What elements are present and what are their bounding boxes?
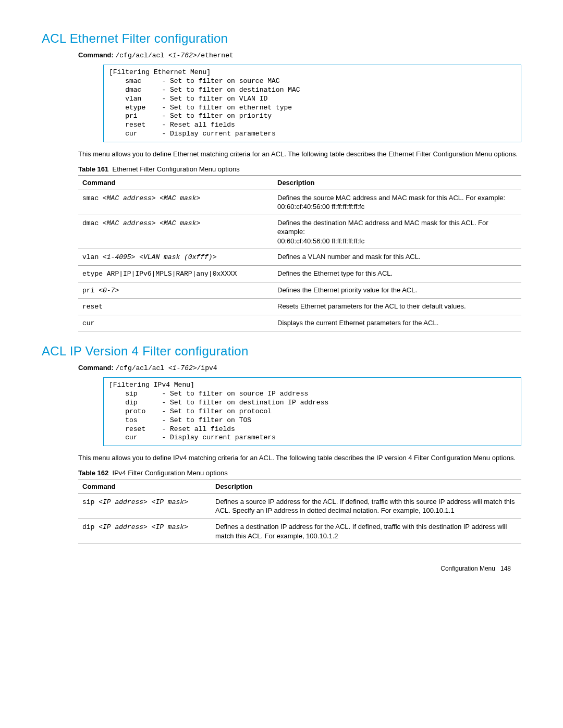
command-arg: <1-762>: [168, 52, 197, 59]
cmd-arg: <1-4095> <VLAN mask (0xfff)>: [103, 253, 216, 261]
cmd-arg: <0-7>: [99, 287, 119, 294]
table-row: pri <0-7> Defines the Ethernet priority …: [78, 282, 521, 299]
table-row: sip <IP address> <IP mask> Defines a sou…: [78, 493, 521, 519]
table-row: vlan <1-4095> <VLAN mask (0xfff)> Define…: [78, 249, 521, 266]
command-suffix: /ipv4: [197, 364, 217, 372]
desc: Defines the destination MAC address and …: [273, 215, 521, 249]
cmd: dmac: [82, 219, 103, 227]
cmd: dip: [82, 523, 99, 531]
cmd: smac: [82, 194, 103, 202]
command-line: Command: /cfg/acl/acl <1-762>/ipv4: [78, 364, 521, 372]
desc: Defines a source IP address for the ACL.…: [211, 493, 521, 519]
table-header-description: Description: [211, 479, 521, 493]
command-text: /cfg/acl/acl: [116, 52, 168, 59]
menu-box: [Filtering Ethernet Menu] smac - Set to …: [103, 65, 521, 142]
cmd: sip: [82, 498, 99, 506]
table-header-row: Command Description: [78, 175, 521, 190]
command-suffix: /ethernet: [197, 52, 234, 59]
command-text: /cfg/acl/acl: [116, 364, 168, 372]
cmd-arg: <MAC address> <MAC mask>: [103, 219, 200, 227]
paragraph: This menu allows you to define Ethernet …: [78, 150, 521, 159]
desc: Defines the Ethernet type for this ACL.: [273, 265, 521, 282]
table-title: Ethernet Filter Configuration Menu optio…: [113, 165, 240, 173]
cmd: vlan: [82, 253, 103, 261]
command-label: Command:: [78, 364, 114, 372]
table-number: Table 162: [78, 469, 108, 477]
page-footer: Configuration Menu 148: [42, 565, 521, 572]
paragraph: This menu allows you to define IPv4 matc…: [78, 453, 521, 463]
table-row: dmac <MAC address> <MAC mask> Defines th…: [78, 215, 521, 249]
cmd: reset: [82, 303, 103, 311]
table-caption: Table 162 IPv4 Filter Configuration Menu…: [78, 469, 521, 477]
desc: Defines a VLAN number and mask for this …: [273, 249, 521, 266]
page-number: 148: [500, 565, 511, 572]
table-header-command: Command: [78, 175, 273, 190]
cmd: etype ARP|IP|IPv6|MPLS|RARP|any|0xXXXX: [82, 270, 237, 278]
command-label: Command:: [78, 51, 114, 59]
menu-box: [Filtering IPv4 Menu] sip - Set to filte…: [103, 377, 521, 446]
cmd-arg: <IP address> <IP mask>: [99, 498, 188, 506]
table-row: dip <IP address> <IP mask> Defines a des…: [78, 519, 521, 544]
table-header-command: Command: [78, 479, 211, 493]
command-line: Command: /cfg/acl/acl <1-762>/ethernet: [78, 51, 521, 59]
table: Command Description sip <IP address> <IP…: [78, 479, 521, 544]
desc: Displays the current Ethernet parameters…: [273, 315, 521, 331]
table-header-description: Description: [273, 175, 521, 190]
cmd-arg: <MAC address> <MAC mask>: [103, 194, 200, 202]
desc: Resets Ethernet parameters for the ACL t…: [273, 299, 521, 315]
table-number: Table 161: [78, 165, 108, 173]
footer-text: Configuration Menu: [440, 565, 495, 572]
cmd: pri: [82, 287, 99, 294]
desc: Defines the source MAC address and MAC m…: [273, 190, 521, 215]
cmd: cur: [82, 319, 94, 327]
table-row: smac <MAC address> <MAC mask> Defines th…: [78, 190, 521, 215]
table-row: reset Resets Ethernet parameters for the…: [78, 299, 521, 315]
desc: Defines the Ethernet priority value for …: [273, 282, 521, 299]
cmd-arg: <IP address> <IP mask>: [99, 523, 188, 531]
table-title: IPv4 Filter Configuration Menu options: [113, 469, 228, 477]
section-heading: ACL Ethernet Filter configuration: [42, 31, 521, 46]
table-caption: Table 161 Ethernet Filter Configuration …: [78, 165, 521, 173]
section-heading: ACL IP Version 4 Filter configuration: [42, 344, 521, 359]
command-arg: <1-762>: [168, 364, 197, 372]
table: Command Description smac <MAC address> <…: [78, 175, 521, 331]
table-row: cur Displays the current Ethernet parame…: [78, 315, 521, 331]
table-row: etype ARP|IP|IPv6|MPLS|RARP|any|0xXXXX D…: [78, 265, 521, 282]
desc: Defines a destination IP address for the…: [211, 519, 521, 544]
table-header-row: Command Description: [78, 479, 521, 493]
